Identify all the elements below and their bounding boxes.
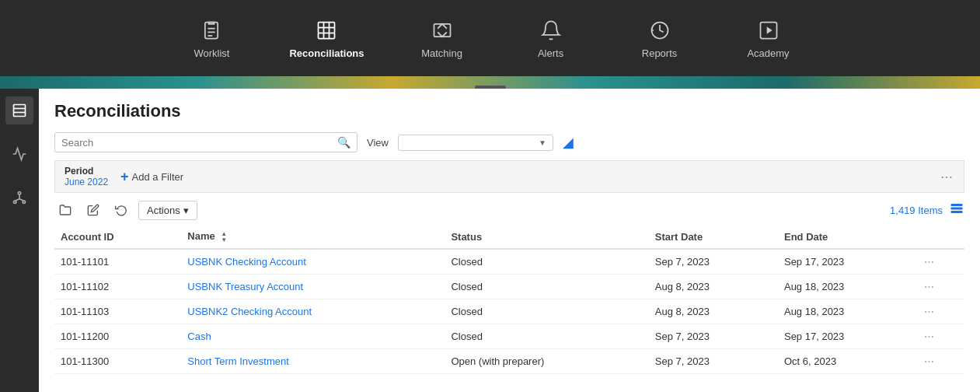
refresh-icon[interactable] — [110, 199, 132, 221]
filter-ellipsis-button[interactable]: ⋯ — [940, 170, 954, 184]
cell-account-id: 101-11103 — [54, 299, 181, 324]
svg-rect-23 — [951, 204, 963, 206]
folder-icon[interactable] — [54, 199, 76, 221]
add-filter-button[interactable]: + Add a Filter — [120, 169, 183, 185]
period-filter: Period June 2022 — [65, 166, 108, 187]
table-row: 101-11101 USBNK Checking Account Closed … — [54, 249, 964, 275]
cell-end-date: Sep 17, 2023 — [778, 249, 918, 275]
cell-status: Closed — [445, 324, 648, 348]
name-link[interactable]: Cash — [187, 331, 211, 342]
row-ellipsis-button[interactable]: ⋯ — [924, 281, 936, 292]
bell-icon — [539, 18, 563, 43]
svg-rect-24 — [951, 207, 963, 209]
row-ellipsis-button[interactable]: ⋯ — [924, 331, 936, 342]
transfer-icon — [430, 18, 455, 43]
cell-name: USBNK Checking Account — [181, 249, 445, 275]
table-row: 101-11103 USBNK2 Checking Account Closed… — [54, 299, 964, 324]
row-ellipsis-button[interactable]: ⋯ — [924, 256, 936, 268]
col-status: Status — [445, 226, 648, 249]
cell-name: USBNK Treasury Account — [181, 274, 445, 299]
name-link[interactable]: USBNK2 Checking Account — [187, 306, 312, 317]
reconciliations-table-wrap: Account ID Name ▲ ▼ Status Start Date En… — [54, 226, 964, 374]
cell-account-id: 101-11101 — [54, 249, 181, 275]
row-ellipsis-button[interactable]: ⋯ — [924, 306, 936, 317]
view-label: View — [367, 137, 389, 149]
cell-end-date: Oct 6, 2023 — [778, 348, 918, 373]
cell-start-date: Aug 8, 2023 — [649, 274, 778, 299]
svg-point-19 — [23, 201, 25, 203]
cell-status: Open (with preparer) — [445, 348, 648, 373]
svg-rect-4 — [319, 22, 335, 38]
table-row: 101-11300 Short Term Investment Open (wi… — [54, 348, 964, 373]
actions-arrow-icon: ▾ — [183, 205, 189, 216]
list-view-toggle[interactable] — [949, 201, 964, 219]
chevron-down-icon: ▼ — [539, 138, 546, 147]
toolbar-row: Actions ▾ 1,419 Items — [54, 199, 964, 221]
cell-end-date: Aug 18, 2023 — [778, 299, 918, 324]
main-content: Reconciliations 🔍 View ▼ ◢ Period June 2… — [39, 89, 980, 392]
name-link[interactable]: USBNK Checking Account — [187, 256, 305, 268]
cell-start-date: Sep 7, 2023 — [649, 324, 778, 348]
name-link[interactable]: Short Term Investment — [187, 355, 289, 367]
cell-row-actions: ⋯ — [918, 348, 964, 373]
svg-rect-25 — [951, 211, 963, 213]
nav-label-reconciliations: Reconciliations — [289, 47, 364, 59]
reports-icon — [647, 18, 672, 43]
page-title: Reconciliations — [54, 101, 964, 121]
nav-item-reports[interactable]: Reports — [629, 18, 691, 59]
col-start-date: Start Date — [649, 226, 778, 249]
col-account-id: Account ID — [54, 226, 181, 249]
svg-point-18 — [14, 201, 16, 203]
cell-name: Short Term Investment — [181, 348, 445, 373]
table-row: 101-11200 Cash Closed Sep 7, 2023 Sep 17… — [54, 324, 964, 348]
period-value: June 2022 — [65, 177, 108, 187]
toolbar-right: 1,419 Items — [890, 201, 964, 219]
name-link[interactable]: USBNK Treasury Account — [187, 281, 303, 292]
sort-icons-name[interactable]: ▲ ▼ — [221, 231, 227, 243]
view-dropdown[interactable]: ▼ — [398, 135, 553, 151]
nav-item-academy[interactable]: Academy — [738, 18, 800, 59]
cell-status: Closed — [445, 299, 648, 324]
sidebar-chart-icon[interactable] — [5, 140, 33, 168]
edit-icon[interactable] — [82, 199, 104, 221]
period-label: Period — [65, 166, 108, 177]
nav-label-worklist: Worklist — [194, 47, 229, 59]
add-filter-label: Add a Filter — [132, 171, 183, 183]
nav-label-matching: Matching — [421, 47, 462, 59]
toolbar-left: Actions ▾ — [54, 199, 197, 221]
col-actions — [918, 226, 964, 249]
nav-item-matching[interactable]: Matching — [411, 18, 473, 59]
clipboard-icon — [199, 18, 224, 43]
cell-start-date: Sep 7, 2023 — [649, 249, 778, 275]
svg-line-21 — [15, 199, 19, 201]
svg-point-17 — [18, 192, 20, 194]
svg-rect-14 — [14, 105, 26, 117]
nav-label-academy: Academy — [747, 47, 789, 59]
cell-row-actions: ⋯ — [918, 249, 964, 275]
filter-icon[interactable]: ◢ — [563, 134, 574, 151]
filter-left: Period June 2022 + Add a Filter — [65, 166, 183, 187]
nav-item-alerts[interactable]: Alerts — [520, 18, 582, 59]
search-input[interactable] — [61, 137, 337, 149]
sort-down-icon: ▼ — [221, 237, 227, 243]
cell-name: Cash — [181, 324, 445, 348]
sidebar-list-icon[interactable] — [5, 96, 33, 124]
search-icon: 🔍 — [337, 136, 350, 149]
plus-icon: + — [120, 169, 129, 185]
top-navigation: Worklist Reconciliations — [0, 0, 980, 76]
sidebar-hierarchy-icon[interactable] — [5, 184, 33, 212]
cell-account-id: 101-11300 — [54, 348, 181, 373]
cell-end-date: Sep 17, 2023 — [778, 324, 918, 348]
nav-item-reconciliations[interactable]: Reconciliations — [289, 18, 364, 59]
search-box[interactable]: 🔍 — [54, 132, 357, 152]
decorative-banner — [0, 76, 980, 89]
nav-label-reports: Reports — [642, 47, 678, 59]
actions-button[interactable]: Actions ▾ — [138, 201, 197, 220]
nav-label-alerts: Alerts — [538, 47, 563, 59]
svg-line-22 — [19, 199, 24, 201]
nav-item-worklist[interactable]: Worklist — [180, 18, 242, 59]
actions-label: Actions — [147, 205, 180, 216]
cell-row-actions: ⋯ — [918, 299, 964, 324]
row-ellipsis-button[interactable]: ⋯ — [924, 355, 936, 367]
cell-row-actions: ⋯ — [918, 324, 964, 348]
